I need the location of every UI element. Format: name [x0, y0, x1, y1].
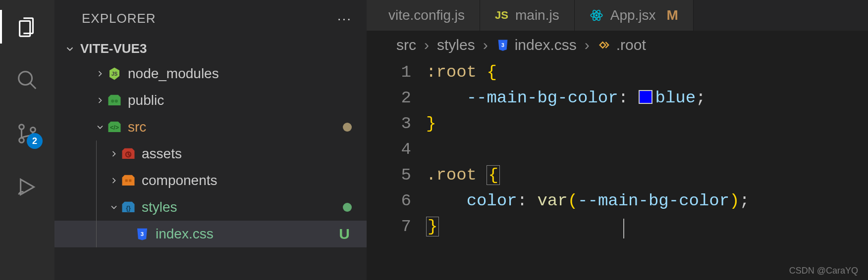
code-line[interactable]: } [426, 214, 868, 239]
chevron-right-icon: › [424, 37, 429, 53]
svg-point-5 [111, 99, 114, 102]
folder-styles[interactable]: {}styles [54, 194, 367, 221]
project-name: VITE-VUE3 [80, 41, 147, 56]
git-status-letter: U [339, 226, 350, 242]
activity-run-debug-icon[interactable] [13, 173, 42, 201]
folder-src[interactable]: </>src [54, 114, 367, 140]
line-number-gutter: 1234567 [367, 59, 426, 280]
chevron-down-icon [108, 202, 120, 212]
line-number: 3 [367, 111, 411, 137]
public-icon [106, 92, 123, 109]
svg-text:3: 3 [501, 42, 504, 48]
svg-text:3: 3 [141, 231, 144, 237]
folder-assets[interactable]: assets [54, 140, 367, 167]
code-content[interactable]: :root { --main-bg-color: blue;}.root { c… [426, 59, 868, 280]
breadcrumb-segment[interactable]: src [396, 37, 416, 53]
css-icon: 3 [134, 226, 151, 242]
chevron-right-icon [108, 149, 120, 159]
activity-source-control-icon[interactable]: 2 [13, 119, 42, 148]
line-number: 4 [367, 137, 411, 162]
chevron-down-icon [94, 122, 106, 132]
editor-area: vite.config.jsJSmain.jsApp.jsxM src›styl… [367, 0, 868, 280]
svg-rect-9 [125, 180, 128, 182]
components-icon [120, 172, 137, 189]
activity-search-icon[interactable] [13, 66, 42, 94]
file-tree: JSnode_modulespublic</>srcassetscomponen… [54, 60, 367, 247]
breadcrumb-segment[interactable]: styles [437, 37, 475, 53]
code-line[interactable] [426, 137, 868, 162]
line-number: 6 [367, 188, 411, 214]
line-number: 2 [367, 85, 411, 111]
svg-point-3 [31, 128, 36, 133]
line-number: 5 [367, 162, 411, 188]
text-caret [623, 219, 624, 238]
tree-item-label: src [128, 119, 146, 135]
modified-indicator: M [667, 7, 678, 23]
explorer-sidebar: EXPLORER ··· VITE-VUE3 JSnode_modulespub… [54, 0, 367, 280]
svg-rect-10 [129, 180, 131, 182]
svg-text:</>: </> [110, 124, 119, 131]
svg-point-13 [595, 14, 597, 17]
breadcrumbs: src›styles›3index.css›.root [367, 31, 868, 59]
svg-point-2 [19, 138, 24, 143]
css-icon: 3 [496, 38, 510, 52]
chevron-right-icon: › [483, 37, 488, 53]
line-number: 1 [367, 59, 411, 85]
styles-icon: {} [120, 199, 137, 216]
modified-dot-icon [343, 123, 352, 132]
chevron-right-icon [108, 176, 120, 186]
breadcrumb-segment[interactable]: 3index.css [496, 37, 577, 53]
rule-icon [597, 38, 611, 52]
code-line[interactable]: --main-bg-color: blue; [426, 85, 868, 111]
assets-icon [120, 145, 137, 162]
project-root-row[interactable]: VITE-VUE3 [54, 37, 367, 60]
code-line[interactable]: } [426, 111, 868, 137]
svg-point-6 [115, 99, 118, 102]
chevron-right-icon [94, 69, 106, 79]
watermark-text: CSDN @CaraYQ [789, 266, 858, 276]
tree-item-label: node_modules [128, 66, 219, 82]
folder-node_modules[interactable]: JSnode_modules [54, 60, 367, 87]
modified-dot-icon [343, 203, 352, 212]
tab-label: vite.config.js [388, 7, 465, 23]
nodejs-icon: JS [106, 65, 123, 82]
tab-label: main.js [515, 7, 559, 23]
activity-bar: 2 [0, 0, 54, 280]
tree-item-label: styles [142, 199, 177, 215]
explorer-more-icon[interactable]: ··· [337, 11, 352, 27]
react-icon [590, 8, 603, 22]
tree-item-label: public [128, 93, 164, 108]
code-line[interactable]: .root { [426, 162, 868, 188]
explorer-title: EXPLORER [82, 11, 156, 26]
source-control-badge: 2 [27, 133, 43, 149]
tree-item-label: index.css [156, 226, 214, 242]
editor-tabs: vite.config.jsJSmain.jsApp.jsxM [367, 0, 868, 31]
breadcrumb-segment[interactable]: .root [597, 37, 646, 53]
tab-label: App.jsx [610, 7, 656, 23]
folder-public[interactable]: public [54, 87, 367, 114]
file-index-css[interactable]: 3index.cssU [54, 221, 367, 247]
line-number: 7 [367, 214, 411, 239]
activity-explorer-icon[interactable] [13, 12, 42, 41]
svg-text:JS: JS [111, 71, 118, 77]
folder-components[interactable]: components [54, 167, 367, 194]
color-swatch-icon [639, 90, 652, 104]
tree-item-label: components [142, 173, 217, 188]
tab-main-js[interactable]: JSmain.js [480, 0, 575, 31]
rule-icon [597, 38, 611, 52]
code-line[interactable]: :root { [426, 59, 868, 85]
tree-item-label: assets [142, 146, 182, 162]
tab-App-jsx[interactable]: App.jsxM [575, 0, 694, 31]
chevron-right-icon [94, 95, 106, 105]
svg-point-0 [19, 72, 32, 85]
code-area[interactable]: 1234567 :root { --main-bg-color: blue;}.… [367, 59, 868, 280]
chevron-down-icon [64, 44, 75, 54]
svg-point-1 [19, 125, 24, 130]
chevron-right-icon: › [585, 37, 590, 53]
src-icon: </> [106, 119, 123, 136]
js-icon: JS [495, 9, 508, 22]
tab-vite-config-js[interactable]: vite.config.js [367, 0, 480, 31]
code-line[interactable]: color: var(--main-bg-color); [426, 188, 868, 214]
explorer-header: EXPLORER ··· [54, 0, 367, 37]
svg-text:{}: {} [126, 205, 131, 212]
